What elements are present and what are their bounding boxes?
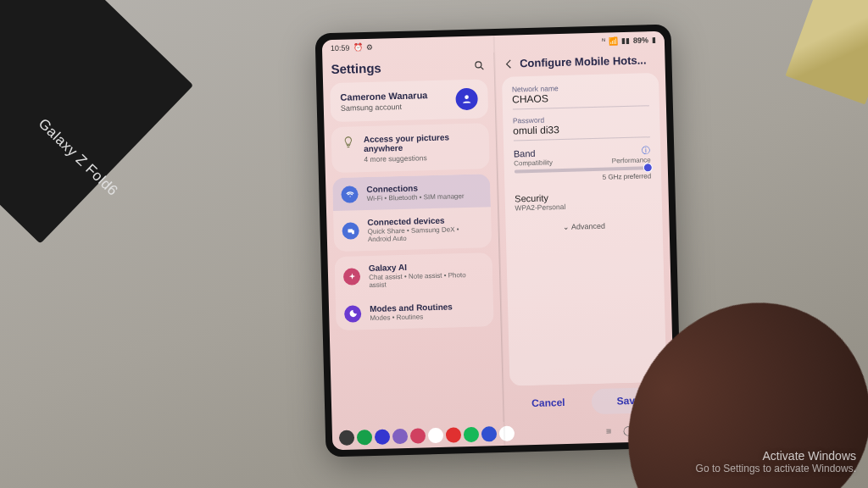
windows-activation-overlay: Activate Windows Go to Settings to activ…: [696, 449, 856, 474]
device-screen: 10:59 ⏰ ⚙ ᴺ 📶 ▮▮ 89% ▮ Settings: [322, 31, 676, 450]
pane-settings: Settings Camerone Wanarua Samsung accoun…: [322, 53, 504, 426]
product-box: Galaxy Z Fold6: [0, 0, 193, 244]
hotspot-title: Configure Mobile Hots...: [520, 53, 647, 69]
sidebar-item-galaxy-ai[interactable]: Galaxy AI Chat assist • Note assist • Ph…: [334, 252, 492, 297]
sidebar-item-sub: Modes • Routines: [370, 312, 453, 322]
wifi-icon: [341, 186, 359, 203]
spotify-app-icon[interactable]: [464, 427, 479, 442]
recents-button[interactable]: ≡: [606, 426, 612, 436]
info-icon[interactable]: ⓘ: [642, 144, 650, 156]
svg-point-0: [475, 61, 481, 67]
svg-point-2: [465, 95, 469, 99]
battery-icon: ▮: [652, 36, 656, 44]
app-icon[interactable]: [481, 426, 497, 441]
product-brand-text: Galaxy Z Fold6: [35, 115, 121, 199]
app-icon[interactable]: [428, 428, 443, 443]
youtube-app-icon[interactable]: [446, 427, 461, 442]
back-icon[interactable]: [503, 58, 515, 69]
sidebar-item-connections[interactable]: Connections Wi-Fi • Bluetooth • SIM mana…: [332, 174, 490, 211]
devices-icon: [342, 222, 359, 240]
save-button[interactable]: Save: [592, 387, 666, 414]
sidebar-item-sub: Chat assist • Note assist • Photo assist: [369, 270, 484, 289]
slider-thumb[interactable]: [643, 163, 653, 172]
account-card[interactable]: Camerone Wanarua Samsung account: [330, 79, 488, 122]
suggestion-card[interactable]: Access your pictures anywhere 4 more sug…: [331, 123, 489, 173]
phone-app-icon[interactable]: [357, 430, 372, 445]
pane-hotspot: Configure Mobile Hots... Network name CH…: [494, 48, 675, 422]
cancel-button[interactable]: Cancel: [511, 389, 586, 416]
band-label: Band: [514, 148, 536, 159]
account-sub: Samsung account: [341, 102, 428, 113]
messages-app-icon[interactable]: [499, 426, 515, 441]
status-left: 10:59 ⏰ ⚙: [331, 43, 373, 53]
chevron-down-icon: ⌄: [563, 223, 570, 231]
sidebar-item-modes[interactable]: Modes and Routines Modes • Routines: [336, 293, 493, 330]
sidebar-item-connected-devices[interactable]: Connected devices Quick Share • Samsung …: [333, 207, 492, 252]
app-icon[interactable]: [339, 430, 354, 446]
nav-extra-button[interactable]: ⌄: [660, 424, 668, 435]
lightbulb-icon: [342, 135, 355, 148]
overlay-title: Activate Windows: [696, 449, 856, 463]
avatar: [455, 88, 478, 111]
gear-icon: ⚙: [365, 43, 372, 52]
status-right: ᴺ 📶 ▮▮ 89% ▮: [602, 36, 656, 46]
gallery-app-icon[interactable]: [410, 428, 426, 443]
hotspot-form: Network name CHAOS Password omuli di33 B…: [501, 73, 666, 386]
password-field[interactable]: omuli di33: [513, 121, 650, 141]
account-name: Camerone Wanarua: [340, 90, 427, 103]
sidebar-item-sub: Quick Share • Samsung DeX • Android Auto: [368, 225, 483, 243]
search-icon[interactable]: [473, 59, 485, 71]
network-name-field[interactable]: CHAOS: [512, 90, 649, 109]
signal-icon: ▮▮: [621, 36, 630, 45]
band-value: 5 GHz preferred: [515, 172, 652, 183]
settings-title: Settings: [331, 58, 468, 76]
svg-rect-4: [352, 230, 354, 234]
alarm-icon: ⏰: [353, 43, 362, 52]
overlay-sub: Go to Settings to activate Windows.: [696, 463, 856, 474]
device-frame: 10:59 ⏰ ⚙ ᴺ 📶 ▮▮ 89% ▮ Settings: [315, 25, 682, 458]
suggestion-title: Access your pictures anywhere: [364, 132, 479, 154]
status-time: 10:59: [331, 44, 350, 53]
settings-list-bottom: Galaxy AI Chat assist • Note assist • Ph…: [334, 252, 493, 330]
home-button[interactable]: ◯: [623, 424, 633, 435]
sparkle-icon: [343, 268, 361, 286]
suggestion-sub: 4 more suggestions: [364, 152, 479, 164]
svg-line-1: [481, 67, 483, 69]
decor-block: [785, 0, 868, 104]
nfc-icon: ᴺ: [602, 37, 605, 46]
contacts-app-icon[interactable]: [375, 429, 390, 444]
settings-list-top: Connections Wi-Fi • Bluetooth • SIM mana…: [332, 174, 492, 252]
advanced-toggle[interactable]: ⌄ Advanced: [515, 220, 653, 232]
back-button[interactable]: ‹: [645, 424, 648, 435]
wifi-icon: 📶: [609, 36, 618, 45]
browser-app-icon[interactable]: [392, 429, 408, 444]
battery-percent: 89%: [633, 36, 648, 44]
moon-icon: [344, 305, 362, 323]
slider-min-label: Compatibility: [514, 158, 553, 167]
sidebar-item-sub: Wi-Fi • Bluetooth • SIM manager: [367, 192, 465, 202]
